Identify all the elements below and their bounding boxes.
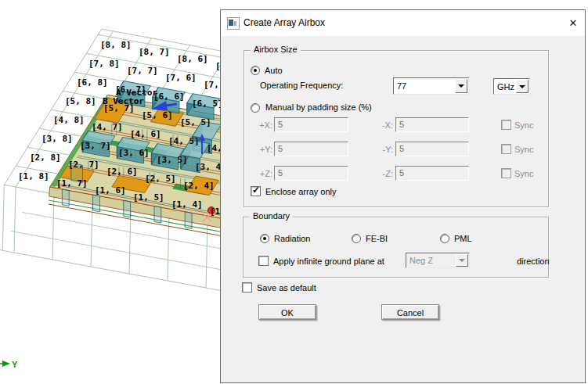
operating-frequency-label: Operating Frequency: xyxy=(260,81,343,91)
manual-padding-radio[interactable] xyxy=(251,103,260,113)
array-cell-label: [2, 4] xyxy=(183,181,215,191)
sync-x-label: Sync xyxy=(514,120,533,131)
via-wall xyxy=(124,200,131,217)
grid-line xyxy=(91,201,92,267)
chevron-down-icon[interactable] xyxy=(516,80,528,93)
radiation-label: Radiation xyxy=(274,234,310,244)
array-cell-label: [7, 6] xyxy=(165,73,197,83)
pml-radio[interactable] xyxy=(440,234,449,243)
plus-y-label: +Y: xyxy=(255,145,272,155)
sync-z-label: Sync xyxy=(514,169,533,179)
minus-z-label: -Z: xyxy=(377,169,393,179)
direction-label: direction xyxy=(517,257,550,267)
array-cell-label: [7, 8] xyxy=(88,59,120,69)
sync-y-label: Sync xyxy=(514,145,533,155)
frequency-unit-combobox[interactable]: GHz xyxy=(493,78,530,95)
array-cell-label: [2, 8] xyxy=(30,153,61,163)
array-cell-label: [1, 7] xyxy=(56,178,88,188)
minus-y-label: -Y: xyxy=(377,145,393,155)
save-as-default-checkbox[interactable] xyxy=(242,282,252,292)
array-cell-label: [6, 6] xyxy=(153,92,185,102)
array-cell-label: [1, 8] xyxy=(18,171,49,181)
via-wall xyxy=(93,195,100,212)
operating-frequency-combobox[interactable]: 77 xyxy=(393,77,469,95)
array-cell-label: [5, 6] xyxy=(142,110,173,120)
grid-line xyxy=(14,187,16,253)
frequency-unit-value: GHz xyxy=(497,79,514,94)
ground-plane-direction-value: Neg Z xyxy=(409,253,433,267)
plus-x-label: +X: xyxy=(255,120,272,131)
array-cell-label: [2, 5] xyxy=(145,174,176,184)
chevron-down-icon xyxy=(456,254,468,267)
minus-z-field: 5 xyxy=(395,166,469,181)
enclose-array-only-label: Enclose array only xyxy=(265,187,337,197)
array-cell-label: [8, 6] xyxy=(177,54,208,64)
sync-z-checkbox xyxy=(501,168,511,178)
pml-label: PML xyxy=(454,234,472,244)
operating-frequency-value: 77 xyxy=(397,78,406,94)
array-cell-label: [5, 5] xyxy=(180,117,211,127)
ok-button[interactable]: OK xyxy=(258,304,316,320)
sync-x-checkbox xyxy=(501,120,511,130)
via-wall xyxy=(62,189,69,206)
chevron-down-icon[interactable] xyxy=(455,79,467,93)
auto-label: Auto xyxy=(265,66,283,76)
grid-line xyxy=(52,194,54,260)
array-cell-label: [4, 7] xyxy=(92,122,123,132)
grid-line xyxy=(206,222,207,288)
boundary-group: Boundary Radiation FE-BI PML Apply infin… xyxy=(243,217,549,278)
dialog-title: Create Array Airbox xyxy=(243,10,325,36)
ground-plane-direction-combobox: Neg Z xyxy=(406,253,470,268)
minus-y-field: 5 xyxy=(395,142,469,156)
grid-line xyxy=(2,185,4,250)
y-axis-label: Y xyxy=(12,360,18,369)
via-wall xyxy=(154,206,161,223)
array-cell-label: [6, 5] xyxy=(192,99,223,109)
array-cell-label: [4, 5] xyxy=(168,136,200,146)
b-vector-label: B Vector xyxy=(103,96,144,106)
auto-radio[interactable] xyxy=(251,66,260,75)
boundary-legend: Boundary xyxy=(250,211,293,221)
array-cell-label: [4, 6] xyxy=(130,129,161,139)
dialog-body: Airbox Size Auto Operating Frequency: 77… xyxy=(221,36,585,382)
radiation-radio[interactable] xyxy=(260,234,269,243)
enclose-array-only-checkbox[interactable] xyxy=(251,186,261,196)
manual-padding-label: Manual by padding size (%) xyxy=(265,102,372,113)
airbox-size-legend: Airbox Size xyxy=(251,45,301,54)
plus-z-field: 5 xyxy=(274,166,348,181)
save-as-default-label: Save as default xyxy=(257,283,316,293)
array-cell-label: [4, 8] xyxy=(53,115,85,125)
sync-y-checkbox xyxy=(501,144,511,154)
febi-label: FE-BI xyxy=(366,234,388,244)
infinite-ground-plane-label: Apply infinite ground plane at xyxy=(273,257,384,267)
array-cell-label: [8, 7] xyxy=(139,47,170,57)
array-cell-label: [5, 8] xyxy=(65,96,96,106)
grid-line xyxy=(129,208,131,274)
array-cell-label: [1, 5] xyxy=(133,192,164,203)
array-cell-label: [3, 5] xyxy=(157,155,188,165)
plus-z-label: +Z: xyxy=(255,169,272,179)
via-wall xyxy=(185,212,192,229)
array-cell-label: [1, 4] xyxy=(171,199,203,210)
plus-y-field: 5 xyxy=(274,142,348,156)
array-cell-label: [3, 7] xyxy=(80,141,111,151)
grid-line xyxy=(168,215,169,281)
close-icon[interactable]: ✕ xyxy=(566,16,580,31)
plus-x-field: 5 xyxy=(274,117,348,132)
create-array-airbox-dialog: Create Array Airbox ✕ Airbox Size Auto O… xyxy=(220,9,586,383)
array-cell-label: [8, 8] xyxy=(100,40,132,50)
array-cell-label: [2, 6] xyxy=(106,167,138,177)
infinite-ground-plane-checkbox[interactable] xyxy=(258,256,269,266)
minus-x-label: -X: xyxy=(377,120,393,131)
febi-radio[interactable] xyxy=(352,234,361,243)
array-cell-label: [6, 8] xyxy=(77,77,108,88)
dialog-titlebar[interactable]: Create Array Airbox ✕ xyxy=(221,10,585,36)
minus-x-field: 5 xyxy=(395,117,469,132)
array-cell-label: [2, 7] xyxy=(68,160,99,170)
array-cell-label: [3, 8] xyxy=(41,134,73,144)
array-cell-label: [3, 6] xyxy=(118,148,150,158)
array-cell-label: [1, 6] xyxy=(95,185,126,196)
lattice-vector-arrow xyxy=(166,104,177,106)
array-cell-label: [7, 7] xyxy=(127,66,158,76)
cancel-button[interactable]: Cancel xyxy=(381,304,439,320)
